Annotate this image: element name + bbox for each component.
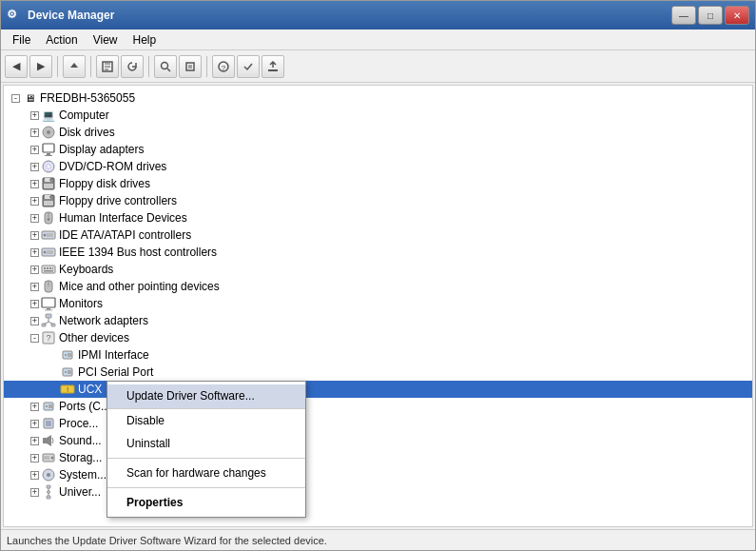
svg-point-28 (44, 234, 47, 237)
storage-icon (41, 450, 56, 465)
svg-line-48 (44, 322, 48, 325)
disk-drives-label: Disk drives (59, 126, 115, 139)
ipmi-label: IPMI Interface (78, 348, 149, 362)
system-expand-btn[interactable]: + (30, 471, 39, 480)
up-button[interactable] (63, 55, 86, 78)
update-button[interactable] (262, 55, 284, 78)
refresh-button[interactable] (121, 55, 144, 78)
svg-rect-54 (68, 353, 71, 357)
svg-rect-37 (52, 267, 53, 269)
svg-rect-12 (47, 153, 50, 155)
tree-item-hid[interactable]: + Human Interface Devices (4, 209, 752, 226)
svg-rect-19 (44, 184, 53, 188)
display-expand-btn[interactable]: + (30, 146, 39, 154)
floppy-disk-expand-btn[interactable]: + (30, 180, 39, 188)
ieee-icon (41, 245, 56, 260)
dvd-expand-btn[interactable]: + (30, 163, 39, 171)
tree-item-monitors[interactable]: + Monitors (4, 295, 752, 312)
status-text: Launches the Update Driver Software Wiza… (7, 535, 327, 546)
monitor-icon (41, 296, 56, 311)
svg-point-73 (47, 473, 50, 477)
scan-button[interactable] (237, 55, 260, 78)
menu-action[interactable]: Action (38, 31, 85, 49)
ide-expand-btn[interactable]: + (30, 231, 39, 240)
mice-expand-btn[interactable]: + (30, 283, 39, 291)
tree-view[interactable]: - 🖥 FREDBH-5365055 + 💻 Computer + Disk d… (3, 85, 753, 527)
svg-rect-34 (44, 267, 46, 269)
tree-item-display-adapters[interactable]: + Display adapters (4, 141, 752, 158)
ctx-properties[interactable]: Properties (107, 491, 305, 514)
ctx-uninstall[interactable]: Uninstall (107, 432, 305, 455)
ieee1394-label: IEEE 1394 Bus host controllers (59, 246, 217, 259)
tree-item-other-devices[interactable]: - ? Other devices (4, 329, 752, 346)
search-button[interactable] (154, 55, 177, 78)
ports-expand-btn[interactable]: + (30, 403, 39, 411)
help-button[interactable]: ? (212, 55, 235, 78)
window-title: Device Manager (28, 9, 114, 22)
toolbar-sep-3 (148, 56, 149, 77)
maximize-button[interactable]: □ (698, 6, 723, 25)
tree-item-disk-drives[interactable]: + Disk drives (4, 124, 752, 141)
svg-point-10 (47, 130, 50, 134)
properties-button[interactable] (179, 55, 202, 78)
menu-view[interactable]: View (86, 31, 126, 49)
keyboards-expand-btn[interactable]: + (30, 266, 39, 274)
hid-expand-btn[interactable]: + (30, 214, 39, 223)
other-expand-btn[interactable]: - (30, 334, 39, 343)
svg-rect-11 (43, 144, 54, 152)
tree-root[interactable]: - 🖥 FREDBH-5365055 (4, 89, 752, 107)
svg-rect-3 (186, 63, 194, 70)
network-expand-btn[interactable]: + (30, 317, 39, 325)
ctx-disable[interactable]: Disable (107, 409, 305, 432)
proc-expand-btn[interactable]: + (30, 420, 39, 428)
tree-item-ide-ata[interactable]: + IDE ATA/ATAPI controllers (4, 226, 752, 244)
ctx-scan-hardware[interactable]: Scan for hardware changes (107, 462, 305, 484)
mouse-icon (41, 279, 56, 294)
ieee-expand-btn[interactable]: + (30, 248, 39, 257)
sound-expand-btn[interactable]: + (30, 437, 39, 445)
close-button[interactable]: ✕ (725, 6, 749, 25)
disk-expand-btn[interactable]: + (30, 128, 39, 137)
computer-label: Computer (59, 108, 109, 122)
tree-item-network-adapters[interactable]: + Network adapters (4, 312, 752, 329)
svg-rect-62 (48, 404, 52, 408)
menu-help[interactable]: Help (126, 31, 165, 49)
svg-point-56 (65, 371, 67, 373)
storage-label: Storag... (59, 451, 102, 464)
tree-item-ipmi[interactable]: IPMI Interface (4, 346, 752, 364)
back-button[interactable]: ◀ (5, 55, 28, 78)
floppy-disk-icon (41, 176, 56, 191)
ports-icon (41, 399, 56, 414)
tree-item-pci-serial[interactable]: PCI Serial Port (4, 364, 752, 381)
computer-expand-btn[interactable]: + (30, 111, 39, 120)
other-devices-label: Other devices (59, 331, 129, 344)
tree-item-dvd-cdrom[interactable]: + DVD/CD-ROM drives (4, 158, 752, 175)
tree-item-ieee1394[interactable]: + IEEE 1394 Bus host controllers (4, 244, 752, 261)
svg-text:?: ? (222, 63, 226, 71)
ports-label: Ports (C... (59, 400, 110, 413)
tree-item-floppy-drive[interactable]: + Floppy drive controllers (4, 192, 752, 209)
toolbar-sep-1 (57, 56, 58, 77)
floppy-drive-expand-btn[interactable]: + (30, 197, 39, 206)
svg-point-31 (44, 251, 47, 254)
dvd-cdrom-label: DVD/CD-ROM drives (59, 160, 166, 173)
svg-rect-23 (44, 201, 53, 206)
show-hide-button[interactable] (96, 55, 119, 78)
ucx-label: UCX (78, 383, 102, 396)
ctx-update-driver[interactable]: Update Driver Software... (107, 384, 305, 409)
tree-item-floppy-disk[interactable]: + Floppy disk drives (4, 175, 752, 192)
ide-ata-label: IDE ATA/ATAPI controllers (59, 228, 191, 242)
forward-button[interactable]: ▶ (29, 55, 52, 78)
root-expand-btn[interactable]: - (11, 94, 20, 103)
display-adapters-label: Display adapters (59, 143, 144, 156)
tree-item-keyboards[interactable]: + Keyboards (4, 261, 752, 278)
minimize-button[interactable]: — (671, 6, 696, 25)
tree-item-computer[interactable]: + 💻 Computer (4, 107, 752, 124)
menu-file[interactable]: File (5, 31, 38, 49)
hid-label: Human Interface Devices (59, 211, 187, 225)
storage-expand-btn[interactable]: + (30, 454, 39, 462)
main-content: - 🖥 FREDBH-5365055 + 💻 Computer + Disk d… (1, 83, 755, 529)
tree-item-mice[interactable]: + Mice and other pointing devices (4, 278, 752, 295)
univer-expand-btn[interactable]: + (30, 488, 39, 497)
monitors-expand-btn[interactable]: + (30, 300, 39, 308)
